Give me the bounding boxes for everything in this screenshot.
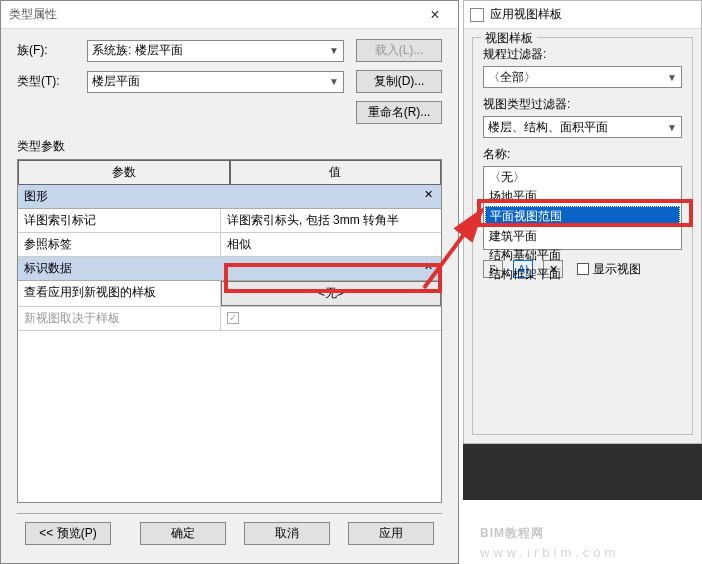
app-icon <box>470 8 484 22</box>
list-item[interactable]: 结构框架平面 <box>485 265 680 284</box>
copy-button[interactable]: 复制(D)... <box>356 70 442 93</box>
list-item[interactable]: 结构基础平面 <box>485 246 680 265</box>
table-row[interactable]: 查看应用到新视图的样板 <无> <box>18 281 441 307</box>
type-select[interactable]: 楼层平面 ▼ <box>87 71 344 93</box>
param-value: 相似 <box>221 233 441 256</box>
family-label: 族(F): <box>17 42 75 59</box>
watermark: BIM教程网 www.irbim.com <box>480 508 619 560</box>
list-item[interactable]: 〈无〉 <box>485 168 680 187</box>
ok-button[interactable]: 确定 <box>140 522 226 545</box>
load-button: 载入(L)... <box>356 39 442 62</box>
table-row[interactable]: 详图索引标记 详图索引标头, 包括 3mm 转角半 <box>18 209 441 233</box>
list-item[interactable]: 建筑平面 <box>485 227 680 246</box>
view-template-group: 视图样板 规程过滤器: 〈全部〉 ▼ 视图类型过滤器: 楼层、结构、面积平面 ▼… <box>472 37 693 435</box>
param-value-checkbox: ✓ <box>221 307 441 330</box>
param-name: 参照标签 <box>18 233 221 256</box>
chevron-down-icon: ▼ <box>329 76 339 87</box>
col-value: 值 <box>230 160 442 185</box>
rename-button[interactable]: 重命名(R)... <box>356 101 442 124</box>
params-table: 参数 值 图形 ✕ 详图索引标记 详图索引标头, 包括 3mm 转角半 参照标签… <box>17 159 442 503</box>
view-template-button[interactable]: <无> <box>221 281 441 306</box>
filter1-label: 规程过滤器: <box>483 46 682 63</box>
name-label: 名称: <box>483 146 682 163</box>
background-strip <box>463 444 702 500</box>
template-name-list[interactable]: 〈无〉 场地平面 平面视图范围 建筑平面 结构基础平面 结构框架平面 <box>483 166 682 250</box>
type-value: 楼层平面 <box>92 73 140 90</box>
table-header: 参数 值 <box>18 160 441 185</box>
group-identity[interactable]: 标识数据 ✕ <box>18 257 441 281</box>
chevron-down-icon: ▼ <box>667 122 677 133</box>
family-select[interactable]: 系统族: 楼层平面 ▼ <box>87 40 344 62</box>
close-icon[interactable]: × <box>420 6 450 24</box>
collapse-icon[interactable]: ✕ <box>424 188 433 201</box>
family-value: 系统族: 楼层平面 <box>92 42 183 59</box>
apply-view-template-dialog: 应用视图样板 视图样板 规程过滤器: 〈全部〉 ▼ 视图类型过滤器: 楼层、结构… <box>463 0 702 444</box>
chevron-down-icon: ▼ <box>667 72 677 83</box>
dialog-body: 族(F): 系统族: 楼层平面 ▼ 载入(L)... 类型(T): 楼层平面 ▼… <box>1 29 458 563</box>
type-label: 类型(T): <box>17 73 75 90</box>
param-name: 查看应用到新视图的样板 <box>18 281 221 306</box>
dialog-title: 应用视图样板 <box>490 6 562 23</box>
param-name: 详图索引标记 <box>18 209 221 232</box>
discipline-filter-select[interactable]: 〈全部〉 ▼ <box>483 66 682 88</box>
group-legend: 视图样板 <box>481 30 537 47</box>
titlebar: 类型属性 × <box>1 1 458 29</box>
list-item[interactable]: 场地平面 <box>485 187 680 206</box>
preview-button[interactable]: << 预览(P) <box>25 522 111 545</box>
dialog-title: 类型属性 <box>9 6 420 23</box>
table-row[interactable]: 参照标签 相似 <box>18 233 441 257</box>
type-properties-dialog: 类型属性 × 族(F): 系统族: 楼层平面 ▼ 载入(L)... 类型(T):… <box>0 0 459 564</box>
collapse-icon[interactable]: ✕ <box>424 260 433 273</box>
dialog-footer: << 预览(P) 确定 取消 应用 <box>17 513 442 553</box>
table-row[interactable]: 新视图取决于样板 ✓ <box>18 307 441 331</box>
list-item-selected[interactable]: 平面视图范围 <box>485 206 680 227</box>
titlebar: 应用视图样板 <box>464 1 701 29</box>
col-param: 参数 <box>18 160 230 185</box>
apply-button[interactable]: 应用 <box>348 522 434 545</box>
group-graphics[interactable]: 图形 ✕ <box>18 185 441 209</box>
param-name: 新视图取决于样板 <box>18 307 221 330</box>
type-params-label: 类型参数 <box>17 138 442 155</box>
chevron-down-icon: ▼ <box>329 45 339 56</box>
param-value: 详图索引标头, 包括 3mm 转角半 <box>221 209 441 232</box>
cancel-button[interactable]: 取消 <box>244 522 330 545</box>
checkbox-checked-icon: ✓ <box>227 312 239 324</box>
filter2-label: 视图类型过滤器: <box>483 96 682 113</box>
viewtype-filter-select[interactable]: 楼层、结构、面积平面 ▼ <box>483 116 682 138</box>
